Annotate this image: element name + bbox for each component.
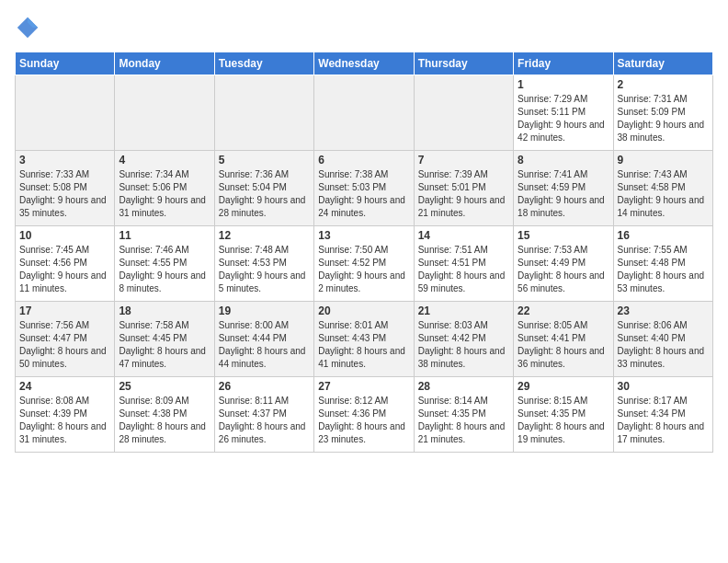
calendar-cell: 23Sunrise: 8:06 AM Sunset: 4:40 PM Dayli…: [613, 302, 712, 377]
day-number: 22: [518, 304, 609, 317]
weekday-header-thursday: Thursday: [414, 52, 513, 75]
calendar-cell: 24Sunrise: 8:08 AM Sunset: 4:39 PM Dayli…: [16, 377, 115, 453]
day-info: Sunrise: 8:11 AM Sunset: 4:37 PM Dayligh…: [219, 395, 310, 446]
calendar-cell: 13Sunrise: 7:50 AM Sunset: 4:52 PM Dayli…: [314, 226, 414, 302]
page-header: [15, 15, 713, 40]
day-number: 18: [119, 304, 210, 317]
week-row-2: 3Sunrise: 7:33 AM Sunset: 5:08 PM Daylig…: [16, 151, 713, 226]
logo: [15, 15, 44, 40]
day-info: Sunrise: 8:08 AM Sunset: 4:39 PM Dayligh…: [19, 395, 110, 446]
calendar-cell: 2Sunrise: 7:31 AM Sunset: 5:09 PM Daylig…: [613, 75, 712, 151]
week-row-1: 1Sunrise: 7:29 AM Sunset: 5:11 PM Daylig…: [16, 75, 713, 151]
day-number: 21: [418, 304, 509, 317]
calendar-cell: [115, 75, 214, 151]
day-info: Sunrise: 7:51 AM Sunset: 4:51 PM Dayligh…: [418, 244, 509, 295]
calendar-cell: 9Sunrise: 7:43 AM Sunset: 4:58 PM Daylig…: [613, 151, 712, 226]
calendar-cell: 7Sunrise: 7:39 AM Sunset: 5:01 PM Daylig…: [414, 151, 513, 226]
day-number: 3: [19, 154, 110, 167]
calendar-cell: 6Sunrise: 7:38 AM Sunset: 5:03 PM Daylig…: [314, 151, 414, 226]
day-info: Sunrise: 7:53 AM Sunset: 4:49 PM Dayligh…: [518, 244, 609, 295]
day-number: 27: [318, 380, 409, 393]
day-info: Sunrise: 7:50 AM Sunset: 4:52 PM Dayligh…: [318, 244, 409, 295]
day-number: 11: [119, 229, 210, 242]
day-info: Sunrise: 8:14 AM Sunset: 4:35 PM Dayligh…: [418, 395, 509, 446]
calendar-cell: 5Sunrise: 7:36 AM Sunset: 5:04 PM Daylig…: [214, 151, 313, 226]
calendar-cell: [16, 75, 115, 151]
calendar-cell: 17Sunrise: 7:56 AM Sunset: 4:47 PM Dayli…: [16, 302, 115, 377]
calendar-cell: 20Sunrise: 8:01 AM Sunset: 4:43 PM Dayli…: [314, 302, 414, 377]
weekday-header-wednesday: Wednesday: [314, 52, 414, 75]
day-number: 25: [119, 380, 210, 393]
day-info: Sunrise: 8:12 AM Sunset: 4:36 PM Dayligh…: [318, 395, 409, 446]
day-info: Sunrise: 7:34 AM Sunset: 5:06 PM Dayligh…: [119, 168, 210, 220]
weekday-header-tuesday: Tuesday: [214, 52, 313, 75]
calendar-cell: 19Sunrise: 8:00 AM Sunset: 4:44 PM Dayli…: [214, 302, 313, 377]
day-info: Sunrise: 8:15 AM Sunset: 4:35 PM Dayligh…: [518, 395, 609, 446]
day-info: Sunrise: 7:58 AM Sunset: 4:45 PM Dayligh…: [119, 319, 210, 371]
calendar-cell: 11Sunrise: 7:46 AM Sunset: 4:55 PM Dayli…: [115, 226, 214, 302]
calendar-cell: 27Sunrise: 8:12 AM Sunset: 4:36 PM Dayli…: [314, 377, 414, 453]
day-info: Sunrise: 7:39 AM Sunset: 5:01 PM Dayligh…: [418, 168, 509, 220]
day-number: 13: [318, 229, 409, 242]
day-info: Sunrise: 7:45 AM Sunset: 4:56 PM Dayligh…: [19, 244, 110, 295]
day-info: Sunrise: 7:36 AM Sunset: 5:04 PM Dayligh…: [219, 168, 310, 220]
day-number: 19: [219, 304, 310, 317]
calendar-cell: 21Sunrise: 8:03 AM Sunset: 4:42 PM Dayli…: [414, 302, 513, 377]
calendar-cell: 30Sunrise: 8:17 AM Sunset: 4:34 PM Dayli…: [613, 377, 712, 453]
day-number: 5: [219, 154, 310, 167]
day-info: Sunrise: 8:01 AM Sunset: 4:43 PM Dayligh…: [318, 319, 409, 371]
calendar-cell: 26Sunrise: 8:11 AM Sunset: 4:37 PM Dayli…: [214, 377, 313, 453]
calendar-cell: [314, 75, 414, 151]
calendar-cell: 29Sunrise: 8:15 AM Sunset: 4:35 PM Dayli…: [514, 377, 613, 453]
day-number: 16: [618, 229, 709, 242]
weekday-header-row: SundayMondayTuesdayWednesdayThursdayFrid…: [16, 52, 713, 75]
day-info: Sunrise: 8:06 AM Sunset: 4:40 PM Dayligh…: [618, 319, 709, 371]
calendar-cell: 8Sunrise: 7:41 AM Sunset: 4:59 PM Daylig…: [514, 151, 613, 226]
day-number: 6: [318, 154, 409, 167]
day-info: Sunrise: 7:46 AM Sunset: 4:55 PM Dayligh…: [119, 244, 210, 295]
day-info: Sunrise: 8:00 AM Sunset: 4:44 PM Dayligh…: [219, 319, 310, 371]
calendar-table: SundayMondayTuesdayWednesdayThursdayFrid…: [15, 52, 713, 453]
day-info: Sunrise: 7:48 AM Sunset: 4:53 PM Dayligh…: [219, 244, 310, 295]
day-info: Sunrise: 7:38 AM Sunset: 5:03 PM Dayligh…: [318, 168, 409, 220]
day-info: Sunrise: 7:43 AM Sunset: 4:58 PM Dayligh…: [618, 168, 709, 220]
day-number: 14: [418, 229, 509, 242]
week-row-4: 17Sunrise: 7:56 AM Sunset: 4:47 PM Dayli…: [16, 302, 713, 377]
calendar-cell: [214, 75, 313, 151]
day-number: 30: [618, 380, 709, 393]
calendar-cell: 1Sunrise: 7:29 AM Sunset: 5:11 PM Daylig…: [514, 75, 613, 151]
weekday-header-sunday: Sunday: [16, 52, 115, 75]
day-number: 15: [518, 229, 609, 242]
day-number: 28: [418, 380, 509, 393]
day-number: 17: [19, 304, 110, 317]
day-info: Sunrise: 8:03 AM Sunset: 4:42 PM Dayligh…: [418, 319, 509, 371]
day-number: 7: [418, 154, 509, 167]
day-info: Sunrise: 7:55 AM Sunset: 4:48 PM Dayligh…: [618, 244, 709, 295]
calendar-cell: [414, 75, 513, 151]
weekday-header-monday: Monday: [115, 52, 214, 75]
day-number: 12: [219, 229, 310, 242]
day-number: 2: [618, 78, 709, 91]
calendar-cell: 15Sunrise: 7:53 AM Sunset: 4:49 PM Dayli…: [514, 226, 613, 302]
day-number: 8: [518, 154, 609, 167]
day-number: 1: [518, 78, 609, 91]
day-info: Sunrise: 8:09 AM Sunset: 4:38 PM Dayligh…: [119, 395, 210, 446]
calendar-cell: 4Sunrise: 7:34 AM Sunset: 5:06 PM Daylig…: [115, 151, 214, 226]
day-info: Sunrise: 7:31 AM Sunset: 5:09 PM Dayligh…: [618, 93, 709, 144]
weekday-header-friday: Friday: [514, 52, 613, 75]
calendar-cell: 25Sunrise: 8:09 AM Sunset: 4:38 PM Dayli…: [115, 377, 214, 453]
day-number: 23: [618, 304, 709, 317]
day-info: Sunrise: 7:29 AM Sunset: 5:11 PM Dayligh…: [518, 93, 609, 144]
calendar-cell: 18Sunrise: 7:58 AM Sunset: 4:45 PM Dayli…: [115, 302, 214, 377]
day-info: Sunrise: 7:33 AM Sunset: 5:08 PM Dayligh…: [19, 168, 110, 220]
week-row-5: 24Sunrise: 8:08 AM Sunset: 4:39 PM Dayli…: [16, 377, 713, 453]
day-info: Sunrise: 7:56 AM Sunset: 4:47 PM Dayligh…: [19, 319, 110, 371]
day-number: 24: [19, 380, 110, 393]
day-number: 29: [518, 380, 609, 393]
calendar-cell: 22Sunrise: 8:05 AM Sunset: 4:41 PM Dayli…: [514, 302, 613, 377]
day-info: Sunrise: 7:41 AM Sunset: 4:59 PM Dayligh…: [518, 168, 609, 220]
day-number: 9: [618, 154, 709, 167]
calendar-cell: 10Sunrise: 7:45 AM Sunset: 4:56 PM Dayli…: [16, 226, 115, 302]
day-number: 4: [119, 154, 210, 167]
calendar-cell: 14Sunrise: 7:51 AM Sunset: 4:51 PM Dayli…: [414, 226, 513, 302]
